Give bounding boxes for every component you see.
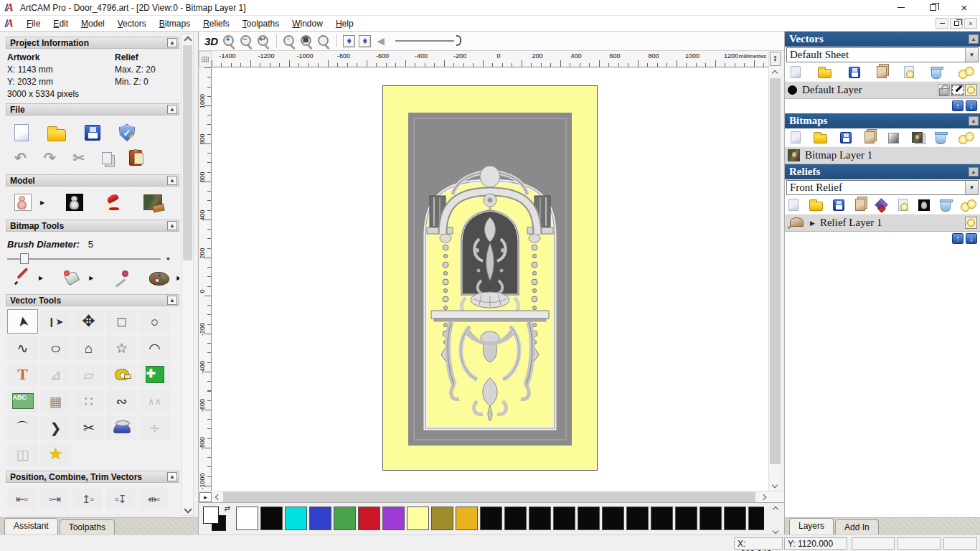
create-star-tool[interactable]: ☆ bbox=[106, 336, 137, 360]
primary-secondary-colours[interactable]: ⇄ bbox=[203, 507, 229, 532]
scroll-left-icon[interactable] bbox=[212, 491, 223, 503]
ruler-origin-button[interactable] bbox=[199, 51, 212, 67]
flyout-icon[interactable]: ▶ bbox=[39, 275, 43, 281]
pick-colour-icon[interactable] bbox=[113, 270, 129, 286]
move-layer-up-icon[interactable]: ↑ bbox=[952, 100, 963, 111]
delete-vector-layer-icon[interactable] bbox=[931, 68, 941, 79]
open-vector-layer-icon[interactable] bbox=[818, 69, 831, 78]
section-file[interactable]: File ▲ bbox=[6, 103, 179, 116]
create-circle-tool[interactable]: ○ bbox=[139, 309, 170, 334]
open-relief-layer-icon[interactable] bbox=[809, 202, 823, 211]
create-rectangle-tool[interactable]: □ bbox=[106, 309, 137, 334]
child-restore-button[interactable] bbox=[950, 18, 963, 29]
palette-swatch[interactable] bbox=[431, 507, 453, 530]
move-layer-down-icon[interactable]: ↓ bbox=[966, 233, 977, 244]
flyout-icon[interactable]: ▶ bbox=[40, 199, 44, 206]
snap-to-guides-icon[interactable]: ➧ bbox=[359, 35, 371, 47]
zoom-slider-handle[interactable] bbox=[456, 35, 461, 46]
delete-relief-layer-icon[interactable] bbox=[941, 201, 951, 212]
wrap-dome-icon[interactable] bbox=[113, 423, 131, 433]
open-bitmap-layer-icon[interactable] bbox=[814, 134, 827, 143]
menu-vectors[interactable]: Vectors bbox=[111, 17, 153, 30]
create-vector-text-icon[interactable]: ABC bbox=[12, 393, 34, 409]
sheet-select[interactable]: Default Sheet ▼ bbox=[786, 47, 979, 62]
merge-bitmap-layers-icon[interactable] bbox=[864, 131, 875, 143]
zoom-in-icon[interactable]: + bbox=[222, 34, 236, 48]
tab-add-in[interactable]: Add In bbox=[835, 519, 879, 534]
zoom-drawing-icon[interactable] bbox=[317, 34, 331, 48]
license-manager-icon[interactable]: ✓ bbox=[119, 124, 135, 141]
palette-swatch[interactable] bbox=[675, 507, 697, 530]
palette-swatch[interactable] bbox=[578, 507, 600, 530]
swap-colours-icon[interactable]: ⇄ bbox=[225, 504, 230, 512]
relief-layer-visible-icon[interactable] bbox=[965, 217, 977, 229]
palette-swatch[interactable] bbox=[651, 507, 673, 530]
combine-reliefs-icon[interactable] bbox=[875, 199, 887, 211]
menu-file[interactable]: File bbox=[20, 17, 47, 30]
copy-icon[interactable] bbox=[102, 152, 112, 164]
scroll-up-icon[interactable] bbox=[773, 507, 778, 512]
measure-icon[interactable] bbox=[115, 369, 129, 380]
collapse-icon[interactable]: ▲ bbox=[969, 34, 979, 44]
collapse-icon[interactable]: ▲ bbox=[167, 296, 177, 305]
menu-window[interactable]: Window bbox=[286, 17, 329, 30]
section-bitmap-tools[interactable]: Bitmap Tools ▲ bbox=[6, 220, 179, 232]
pan-view-icon[interactable]: ◄ bbox=[374, 35, 387, 47]
palette-scrollbar[interactable] bbox=[770, 504, 781, 533]
slider-track[interactable] bbox=[7, 258, 161, 260]
zoom-slider[interactable] bbox=[395, 34, 461, 47]
cut-icon[interactable]: ✂ bbox=[73, 151, 85, 165]
zoom-previous-icon[interactable]: ↩ bbox=[257, 34, 270, 48]
edit-layer-icon[interactable] bbox=[951, 84, 963, 96]
create-polygon-tool[interactable]: ⌂ bbox=[73, 336, 104, 360]
create-polyline-tool[interactable]: ∿ bbox=[7, 336, 38, 360]
move-layer-up-icon[interactable]: ↑ bbox=[952, 233, 963, 244]
flood-fill-icon[interactable] bbox=[63, 270, 82, 286]
stitch-vectors-tool[interactable]: ∻ bbox=[139, 415, 170, 440]
bitmap-preview-icon[interactable] bbox=[912, 132, 923, 143]
save-vector-layer-icon[interactable] bbox=[849, 67, 860, 78]
new-model-icon[interactable] bbox=[14, 124, 29, 141]
scrollbar-thumb[interactable] bbox=[223, 492, 755, 502]
all-reliefs-visible-icon[interactable] bbox=[961, 199, 976, 211]
align-left-button[interactable]: ⇤▫ bbox=[7, 489, 36, 510]
pane-split-button[interactable]: ▸ bbox=[199, 492, 212, 502]
tab-toolpaths[interactable]: Toolpaths bbox=[60, 519, 115, 534]
palette-swatch[interactable] bbox=[358, 507, 380, 530]
palette-swatch[interactable] bbox=[553, 507, 575, 530]
menu-toolpaths[interactable]: Toolpaths bbox=[236, 17, 286, 30]
palette-swatch[interactable] bbox=[456, 507, 478, 530]
menu-edit[interactable]: Edit bbox=[47, 17, 75, 30]
slider-handle[interactable] bbox=[20, 253, 29, 264]
tab-assistant[interactable]: Assistant bbox=[4, 518, 58, 534]
align-bottom-button[interactable]: ▫↧ bbox=[106, 489, 135, 510]
palette-swatch[interactable] bbox=[626, 507, 649, 530]
assistant-scrollbar[interactable] bbox=[182, 33, 194, 516]
fit-arcs-tool[interactable]: ⌒ bbox=[7, 415, 38, 440]
menu-help[interactable]: Help bbox=[329, 17, 360, 30]
layer-visibility-page-icon[interactable] bbox=[904, 66, 914, 78]
scroll-up-icon[interactable] bbox=[769, 67, 781, 77]
new-vector-layer-icon[interactable] bbox=[791, 66, 801, 78]
primary-colour[interactable] bbox=[203, 507, 219, 524]
section-position-combine-trim[interactable]: Position, Combine, Trim Vectors ▲ bbox=[6, 471, 179, 483]
palette-swatch[interactable] bbox=[382, 507, 405, 530]
vector-layer-row[interactable]: Default Layer bbox=[785, 81, 980, 99]
scrollbar-thumb[interactable] bbox=[770, 78, 781, 464]
measure-tool[interactable] bbox=[106, 362, 137, 387]
palette-swatch[interactable] bbox=[699, 507, 722, 530]
zoom-objects-icon[interactable]: ▣ bbox=[300, 34, 314, 48]
section-project-information[interactable]: Project Information ▲ bbox=[6, 37, 179, 49]
light-material-icon[interactable] bbox=[105, 194, 122, 211]
section-model[interactable]: Model ▲ bbox=[6, 174, 179, 187]
vector-doctor-tool[interactable]: ⊿ bbox=[40, 362, 71, 387]
create-vector-text-tool[interactable]: ABC bbox=[7, 389, 38, 413]
vertical-scrollbar[interactable]: ▼▼ bbox=[768, 51, 781, 491]
menu-bitmaps[interactable]: Bitmaps bbox=[153, 17, 197, 30]
relief-select[interactable]: Front Relief ▼ bbox=[786, 180, 979, 195]
greyscale-layer-icon[interactable] bbox=[888, 133, 899, 143]
calculate-relief-icon[interactable] bbox=[918, 199, 930, 211]
save-bitmap-layer-icon[interactable] bbox=[840, 132, 852, 143]
align-top-button[interactable]: ↥▫ bbox=[73, 489, 102, 510]
all-bitmaps-visible-icon[interactable] bbox=[958, 132, 974, 143]
